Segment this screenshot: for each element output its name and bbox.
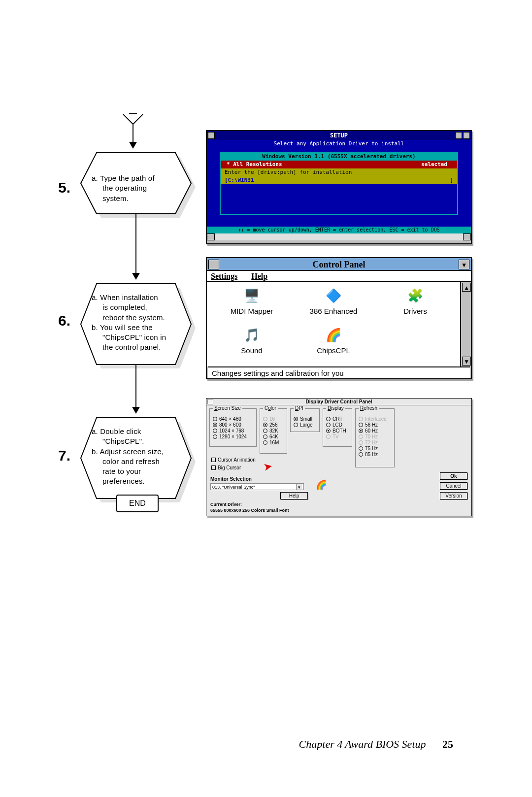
l: "ChipsCPL" icon in (92, 332, 184, 342)
hex-5-text: a. Type the path of the operating system… (92, 173, 180, 203)
l: a. When installation (92, 293, 184, 302)
dos-hscroll[interactable] (207, 233, 471, 240)
cursor-icon: ➤ (263, 460, 273, 474)
opt-64k[interactable]: 64K (263, 434, 284, 439)
opt-lcd[interactable]: LCD (326, 422, 349, 428)
t: 60 Hz (365, 428, 378, 433)
opt-800x600[interactable]: 800 × 600 (213, 422, 253, 428)
page-number: 25 (442, 738, 453, 750)
l: is completed, (92, 302, 184, 312)
opt-1024x768[interactable]: 1024 × 768 (213, 428, 253, 433)
lbl: MIDI Mapper (212, 307, 292, 316)
l: reboot the system. (92, 313, 184, 323)
dos-subtitle: Select any Application Driver to install (207, 140, 471, 148)
opt-85hz[interactable]: 85 Hz (359, 452, 391, 457)
cancel-button[interactable]: Cancel (440, 482, 467, 490)
t: CRT (332, 416, 342, 422)
t: 32K (269, 428, 278, 433)
t: BOTH (332, 428, 346, 433)
minimize-icon[interactable]: ▼ (459, 260, 469, 269)
opt-both[interactable]: BOTH (326, 428, 349, 433)
chk-big-cursor[interactable]: Big Cursor (211, 465, 241, 470)
dos-selected-row[interactable]: * All Resolutions selected (221, 161, 457, 168)
chips-logo-icon: 🌈 (316, 479, 327, 490)
scroll-down-icon[interactable]: ▼ (462, 357, 471, 365)
legend-display: Display (326, 405, 345, 411)
opt-crt[interactable]: CRT (326, 416, 349, 422)
opt-interlaced[interactable]: Interlaced (359, 416, 391, 422)
opt-640x480[interactable]: 640 × 480 (213, 416, 253, 422)
hex-7-text: a. Double click "ChipsCPL". b. Adjust sc… (92, 427, 184, 487)
opt-75hz[interactable]: 75 Hz (359, 446, 391, 451)
t: 16M (269, 440, 279, 445)
chip-icon: 🔷 (322, 286, 345, 305)
opt-256[interactable]: 256 (263, 422, 284, 428)
l: color and refresh (92, 457, 184, 466)
scroll-up-icon[interactable]: ▲ (462, 283, 471, 292)
minmax-icons[interactable] (455, 132, 470, 139)
t: 16 (269, 416, 275, 422)
end-terminal: END (116, 495, 159, 512)
cp-menubar[interactable]: Settings Help (207, 271, 471, 282)
opt-dpi-large[interactable]: Large (294, 422, 316, 428)
svg-marker-2 (129, 142, 137, 149)
help-button[interactable]: Help (280, 492, 308, 499)
dos-help-bar: ↑↓ = move cursor up/down, ENTER = enter … (207, 227, 471, 233)
opt-56hz[interactable]: 56 Hz (359, 422, 391, 428)
t: 800 × 600 (219, 422, 241, 428)
menu-settings[interactable]: Settings (211, 272, 237, 280)
monitor-selection-label: Monitor Selection (210, 476, 252, 482)
t: 70 Hz (365, 434, 378, 439)
t: All Resolutions (233, 161, 282, 167)
cp-icon-sound[interactable]: 🎵Sound (212, 325, 292, 363)
step-number-5: 5. (58, 180, 70, 195)
cp-titlebar: Control Panel ▼ (207, 258, 471, 271)
opt-60hz[interactable]: 60 Hz (359, 428, 391, 433)
t: TV (332, 434, 339, 439)
version-button[interactable]: Version (440, 492, 467, 499)
cp-vscroll[interactable]: ▲ ▼ (460, 282, 471, 366)
opt-70hz[interactable]: 70 Hz (359, 434, 391, 439)
opt-tv[interactable]: TV (326, 434, 349, 439)
chipscpl-icon: 🌈 (322, 325, 345, 345)
cp-icon-386-enhanced[interactable]: 🔷386 Enhanced (294, 286, 373, 323)
menu-help[interactable]: Help (251, 272, 267, 280)
sysmenu-icon[interactable] (208, 132, 215, 139)
l: the operating (92, 183, 180, 193)
step-number-6: 6. (58, 313, 70, 328)
hex-6-text: a. When installation is completed, reboo… (92, 293, 184, 353)
page-footer: Chapter 4 Award BIOS Setup 25 (299, 739, 453, 750)
opt-32k[interactable]: 32K (263, 428, 284, 433)
t: selected (421, 161, 457, 168)
chevron-down-icon: ▾ (296, 484, 302, 490)
lbl: 386 Enhanced (294, 307, 373, 316)
l: a. Double click (92, 427, 184, 436)
lbl: Sound (212, 347, 292, 355)
monitor-icon: 🖥️ (240, 286, 264, 305)
group-color: Color 16 256 32K 64K 16M (260, 408, 287, 454)
opt-dpi-small[interactable]: Small (294, 416, 316, 422)
l: the control panel. (92, 342, 184, 352)
chk-cursor-animation[interactable]: Cursor Animation (211, 457, 256, 463)
t: 85 Hz (365, 452, 378, 457)
group-refresh: Refresh Interlaced 56 Hz 60 Hz 70 Hz 72 … (355, 408, 395, 467)
opt-72hz[interactable]: 72 Hz (359, 440, 391, 445)
arrowhead-5-6 (132, 273, 140, 280)
cp-icon-midi-mapper[interactable]: 🖥️MIDI Mapper (212, 286, 292, 323)
opt-16m[interactable]: 16M (263, 440, 284, 445)
cp-icon-drivers[interactable]: 🧩Drivers (375, 286, 455, 323)
t: 64K (269, 434, 278, 439)
sysmenu-icon[interactable] (207, 399, 213, 404)
t: 013. "Universal Sync" (212, 484, 255, 490)
dos-title-text: SETUP (330, 132, 348, 139)
cp-icon-chipscpl[interactable]: 🌈ChipsCPL (294, 325, 373, 363)
cp-title-text: Control Panel (207, 258, 471, 271)
monitor-selection-dropdown[interactable]: 013. "Universal Sync"▾ (210, 483, 304, 490)
t: 640 × 480 (219, 416, 241, 422)
dos-path-input[interactable]: [C:\WIN31_ (221, 176, 457, 184)
opt-1280x1024[interactable]: 1280 × 1024 (213, 434, 253, 439)
l: preferences. (92, 476, 184, 486)
group-dpi: DPI Small Large (290, 408, 320, 432)
opt-16[interactable]: 16 (263, 416, 284, 422)
ok-button[interactable]: Ok (440, 472, 467, 480)
